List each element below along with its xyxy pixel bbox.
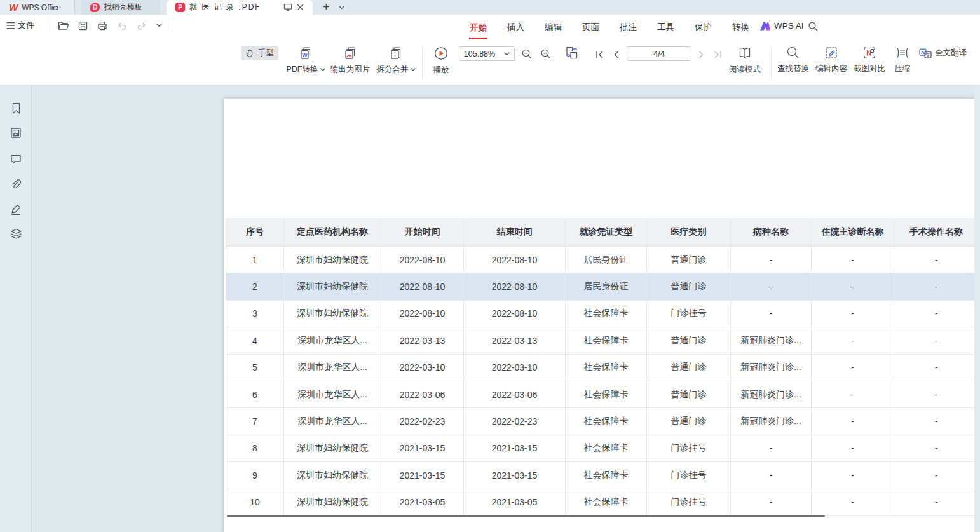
tab-document-active[interactable]: P 就 医 记 录 .PDF [167, 0, 313, 15]
table-cell: - [812, 327, 894, 353]
table-cell: 2022-08-10 [381, 301, 464, 327]
menu-edit[interactable]: 编辑 [544, 20, 562, 34]
export-image-button[interactable]: 输出为图片 [327, 46, 374, 75]
play-button[interactable]: 播放 [426, 46, 456, 76]
print-icon[interactable] [97, 21, 107, 31]
wps-ai-button[interactable]: WPS AI [760, 21, 804, 31]
screenshot-compare-button[interactable]: 截图对比 [852, 46, 887, 74]
last-page-button [710, 47, 725, 62]
undo-icon [117, 21, 127, 30]
table-cell: - [731, 247, 812, 273]
save-icon[interactable] [78, 21, 88, 31]
table-cell: - [812, 435, 894, 461]
thumbnail-icon[interactable] [8, 125, 24, 140]
pdf-convert-label: PDF转换 [287, 64, 318, 75]
table-cell: 普通门诊 [647, 247, 731, 273]
hand-tool-button[interactable]: 手型 [241, 46, 278, 60]
table-cell: - [894, 327, 978, 353]
comment-icon[interactable] [8, 151, 24, 167]
table-cell: 2022-08-10 [464, 301, 566, 327]
play-label: 播放 [433, 65, 449, 76]
table-header-cell: 医疗类别 [647, 218, 731, 246]
table-cell: 普通门诊 [647, 355, 731, 381]
menu-protect[interactable]: 保护 [694, 20, 712, 34]
new-tab-icon[interactable]: + [323, 1, 330, 14]
follow-mode-icon[interactable] [283, 3, 292, 11]
table-header-cell: 住院主诊断名称 [812, 218, 894, 246]
tab-wps-office[interactable]: W WPS Office [0, 0, 75, 15]
annotate-pen-icon[interactable] [8, 201, 24, 217]
table-cell: 2022-08-10 [464, 273, 566, 299]
layers-icon[interactable] [8, 226, 24, 242]
table-cell: 10 [226, 489, 284, 515]
table-cell: 深圳市妇幼保健院 [284, 489, 381, 515]
first-page-button[interactable] [592, 47, 607, 62]
bookmark-icon[interactable] [8, 100, 24, 116]
quick-access-chevron-icon[interactable] [156, 24, 162, 27]
table-cell: 居民身份证 [566, 247, 647, 273]
page-number-input[interactable]: 4/4 [627, 46, 691, 61]
table-cell: 社会保障卡 [566, 462, 647, 488]
menu-page[interactable]: 页面 [582, 20, 600, 34]
table-cell: 2022-02-23 [464, 408, 566, 434]
compress-button[interactable]: 压缩 [888, 46, 916, 74]
zoom-level-value: 105.88% [464, 50, 495, 58]
table-cell: 9 [226, 462, 284, 488]
divider [48, 20, 48, 31]
export-image-icon [343, 46, 358, 60]
table-cell: 深圳市妇幼保健院 [284, 273, 381, 299]
zoom-out-button[interactable] [519, 46, 534, 62]
menu-search-icon[interactable] [808, 21, 819, 32]
table-cell: - [812, 273, 894, 299]
reading-mode-button[interactable]: 阅读模式 [727, 46, 763, 75]
file-menu[interactable]: 文件 [6, 20, 34, 31]
tab-label: WPS Office [22, 3, 61, 12]
table-cell: 2021-03-15 [381, 462, 464, 488]
table-cell: 普通门诊 [647, 381, 731, 407]
table-cell: - [731, 435, 812, 461]
pdf-convert-button[interactable]: W PDF转换 [282, 46, 329, 75]
table-cell: 2022-03-10 [381, 355, 464, 381]
table-cell: 新冠肺炎门诊... [731, 355, 812, 381]
menu-comment[interactable]: 批注 [619, 20, 637, 34]
menu-tools[interactable]: 工具 [657, 20, 675, 34]
find-replace-label: 查找替换 [777, 64, 809, 74]
menu-items: 开始 插入 编辑 页面 批注 工具 保护 转换 [469, 15, 750, 40]
close-tab-icon[interactable] [297, 4, 304, 11]
edit-content-button[interactable]: 编辑内容 [813, 46, 849, 74]
svg-text:文: 文 [925, 52, 930, 58]
table-row: 3深圳市妇幼保健院2022-08-102022-08-10社会保障卡门诊挂号--… [226, 301, 978, 327]
attachment-icon[interactable] [8, 177, 24, 192]
chevron-down-icon [320, 68, 325, 71]
vertical-scrollbar[interactable] [974, 85, 980, 532]
table-header-cell: 开始时间 [381, 218, 464, 246]
table-cell: 深圳市龙华区人... [284, 381, 381, 407]
find-replace-button[interactable]: 查找替换 [775, 46, 811, 74]
table-cell: 2021-03-05 [464, 489, 566, 515]
open-file-icon[interactable] [58, 21, 69, 31]
table-cell: 3 [226, 301, 284, 327]
split-merge-button[interactable]: 拆分合并 [372, 46, 419, 75]
document-canvas[interactable]: 序号定点医药机构名称开始时间结束时间就诊凭证类型医疗类别病种名称住院主诊断名称手… [32, 85, 980, 532]
table-cell: 社会保障卡 [566, 381, 647, 407]
quick-access-toolbar [48, 20, 172, 31]
menu-home[interactable]: 开始 [469, 21, 487, 39]
table-cell: 2021-03-15 [464, 435, 566, 461]
zoom-level-select[interactable]: 105.88% [459, 46, 515, 61]
screenshot-compare-icon [862, 46, 876, 60]
table-row: 2深圳市妇幼保健院2022-08-102022-08-10居民身份证普通门诊--… [226, 273, 978, 300]
prev-page-button[interactable] [608, 47, 623, 62]
full-translate-button[interactable]: A文 全文翻译 [919, 48, 967, 58]
replace-pages-icon[interactable] [564, 45, 580, 60]
table-cell: - [894, 247, 978, 273]
table-cell: 社会保障卡 [566, 301, 647, 327]
table-cell: - [812, 462, 894, 488]
table-cell: - [812, 355, 894, 381]
reading-mode-label: 阅读模式 [729, 64, 761, 75]
menu-convert[interactable]: 转换 [732, 20, 750, 34]
tab-docer-templates[interactable]: D 找稻壳模板 [81, 0, 160, 15]
table-cell: - [894, 301, 978, 327]
menu-insert[interactable]: 插入 [507, 20, 525, 34]
zoom-in-button[interactable] [538, 46, 554, 62]
tab-list-chevron-icon[interactable] [339, 6, 344, 10]
